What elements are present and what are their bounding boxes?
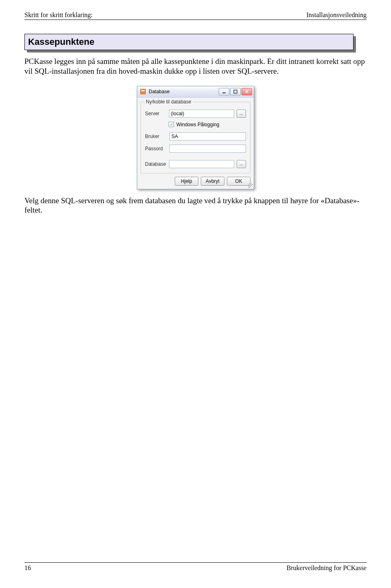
bruker-input[interactable]: [169, 132, 246, 140]
groupbox-legend: Ny/koble til database: [144, 99, 193, 105]
server-label: Server: [145, 111, 167, 116]
database-input[interactable]: [169, 160, 234, 168]
bruker-label: Bruker: [145, 134, 167, 139]
close-button[interactable]: [242, 88, 252, 95]
windows-login-checkbox[interactable]: ✓: [169, 122, 174, 127]
dialog-titlebar[interactable]: Database: [137, 86, 254, 98]
connection-groupbox: Ny/koble til database Server ... ✓ Windo…: [141, 102, 250, 173]
database-label: Database: [145, 161, 167, 167]
page-number: 16: [24, 564, 31, 572]
windows-login-label: Windows Pålogging: [176, 122, 219, 127]
footer-right: Brukerveiledning for PCKasse: [287, 564, 367, 572]
header-right: Installasjonsveiledning: [306, 11, 367, 19]
section-title: Kassepunktene: [24, 34, 354, 50]
avbryt-button[interactable]: Avbryt: [201, 177, 224, 186]
database-dialog: Database Ny/koble til database: [137, 86, 254, 189]
database-browse-button[interactable]: ...: [237, 160, 246, 168]
svg-rect-3: [234, 90, 237, 93]
hjelp-button[interactable]: Hjelp: [175, 177, 198, 186]
header-left: Skritt for skritt forklaring:: [24, 11, 93, 19]
svg-rect-1: [141, 90, 145, 91]
intro-paragraph: PCKasse legges inn på samme måten på all…: [24, 57, 367, 76]
svg-rect-2: [222, 92, 226, 93]
passord-input[interactable]: [169, 145, 246, 153]
svg-rect-0: [141, 89, 145, 94]
maximize-button[interactable]: [230, 88, 241, 95]
resize-grip-icon[interactable]: [248, 183, 253, 188]
closing-paragraph: Velg denne SQL-serveren og søk frem data…: [24, 196, 367, 215]
dialog-title: Database: [149, 89, 216, 94]
passord-label: Passord: [145, 146, 167, 151]
app-icon: [140, 88, 146, 95]
minimize-button[interactable]: [219, 88, 229, 95]
ok-button[interactable]: OK: [227, 177, 250, 186]
server-input[interactable]: [169, 110, 234, 118]
server-browse-button[interactable]: ...: [237, 110, 246, 118]
